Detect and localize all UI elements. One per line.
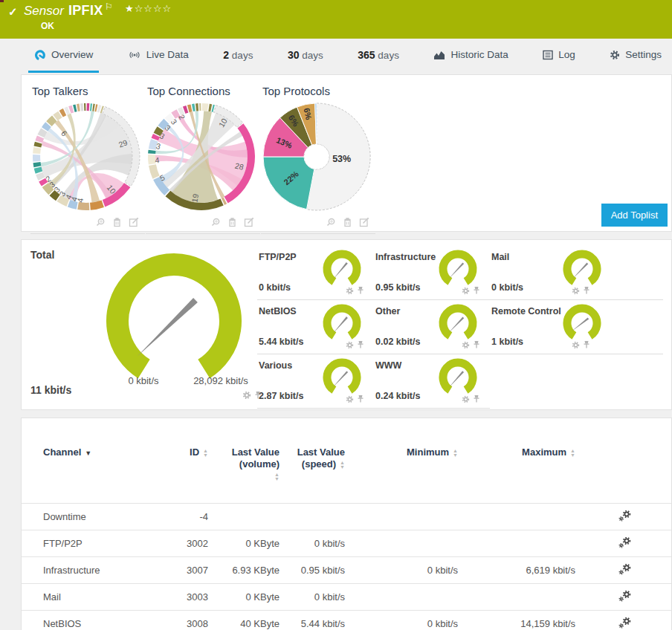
gear-icon[interactable] <box>572 285 580 298</box>
pin-icon[interactable] <box>357 285 364 298</box>
tab-label: 30 days <box>288 49 323 61</box>
zoom-icon[interactable] <box>95 217 106 230</box>
channel-gauge-value: 0.24 kbit/s <box>375 391 420 401</box>
total-gauge <box>96 250 252 394</box>
tab-label: 2 days <box>223 49 253 61</box>
pin-icon[interactable] <box>473 339 480 352</box>
column-header-last-value-volume-[interactable]: Last Value(volume)▲▼ <box>211 439 282 504</box>
cell-channel[interactable]: Mail <box>22 584 168 611</box>
tab-30-days[interactable]: 30 days <box>282 39 329 73</box>
table-row-ftp-p2p[interactable]: FTP/P2P 3002 0 KByte 0 kbit/s <box>22 530 671 557</box>
table-row-netbios[interactable]: NetBIOS 3008 40 KByte 5.44 kbit/s 0 kbit… <box>22 611 671 630</box>
gauge-icon <box>34 49 46 61</box>
pin-icon[interactable] <box>473 393 480 406</box>
delete-icon[interactable] <box>343 217 352 230</box>
gear-icon[interactable] <box>346 339 354 352</box>
flag-icon[interactable]: ⚐ <box>105 1 113 12</box>
sort-arrows-icon: ▲▼ <box>570 449 575 458</box>
column-header-id[interactable]: ID▲▼ <box>168 439 211 504</box>
toplist-chart[interactable]: 291062333444 <box>30 101 145 215</box>
priority-stars[interactable]: ★☆☆☆☆ <box>125 3 172 14</box>
cell-channel[interactable]: FTP/P2P <box>22 530 168 557</box>
channel-table-body: Downtime -4 FTP/P2P 3002 0 KByte 0 kbit/… <box>22 504 671 630</box>
channel-gauge-label: NetBIOS <box>259 306 297 316</box>
table-row-mail[interactable]: Mail 3003 0 KByte 0 kbit/s <box>22 584 671 611</box>
tab-365-days[interactable]: 365 days <box>352 39 405 73</box>
channel-gauge-label: Infrastructure <box>375 252 436 262</box>
gear-icon[interactable] <box>572 339 580 352</box>
sort-arrows-icon: ▲▼ <box>453 449 458 458</box>
gear-icon[interactable] <box>346 393 354 406</box>
cell-channel[interactable]: NetBIOS <box>22 611 168 630</box>
column-header-minimum[interactable]: Minimum▲▼ <box>348 439 461 504</box>
zoom-icon[interactable] <box>210 217 221 230</box>
tab-log[interactable]: Log <box>537 39 581 73</box>
cell-maximum <box>461 504 578 530</box>
channel-settings-gears-icon[interactable] <box>618 537 631 551</box>
cell-minimum <box>348 584 461 611</box>
gear-icon[interactable] <box>462 393 470 406</box>
tab-overview[interactable]: Overview <box>28 39 99 73</box>
tab-settings[interactable]: Settings <box>604 39 668 73</box>
toplist-title: Top Talkers <box>30 82 145 101</box>
channel-table-panel: Channel▼ID▲▼Last Value(volume)▲▼Last Val… <box>21 418 672 630</box>
pin-icon[interactable] <box>357 393 364 406</box>
gear-icon[interactable] <box>462 339 470 352</box>
channel-gauge-cell-netbios: NetBIOS 5.44 kbit/s <box>257 300 374 354</box>
toplist-actions <box>146 215 260 234</box>
column-header-maximum[interactable]: Maximum▲▼ <box>461 439 578 504</box>
column-header-channel[interactable]: Channel▼ <box>22 439 168 504</box>
total-gauge-title: Total <box>30 249 54 261</box>
pin-icon[interactable] <box>583 285 590 298</box>
edit-icon[interactable] <box>359 217 369 230</box>
channel-gauge-cell-www: WWW 0.24 kbit/s <box>374 354 490 409</box>
gear-icon[interactable] <box>242 389 251 403</box>
toplist-title: Top Protocols <box>261 82 375 101</box>
cell-id: 3002 <box>168 530 211 557</box>
cell-last-value-volume: 40 KByte <box>211 611 282 630</box>
channel-settings-gears-icon[interactable] <box>618 564 631 577</box>
cell-id: 3003 <box>168 584 211 611</box>
tab-label: Live Data <box>146 49 189 60</box>
cell-maximum: 14,159 kbit/s <box>461 611 578 630</box>
delete-icon[interactable] <box>112 217 122 230</box>
sort-arrows-icon: ▲▼ <box>340 461 345 470</box>
channel-settings-gears-icon[interactable] <box>618 510 631 524</box>
tab-label: Settings <box>625 49 662 60</box>
channel-settings-gears-icon[interactable] <box>618 617 631 630</box>
table-row-downtime[interactable]: Downtime -4 <box>22 504 671 530</box>
svg-text:53%: 53% <box>332 154 351 164</box>
cell-channel[interactable]: Downtime <box>22 504 168 530</box>
tab-live-data[interactable]: Live Data <box>122 39 195 73</box>
channel-gauge-label: Various <box>259 360 292 371</box>
channel-gauge-cell-infrastructure: Infrastructure 0.95 kbit/s <box>374 246 490 300</box>
gauges-panel: Total 0 kbit/s 28,092 kbit/s 11 kbit/s F… <box>21 239 672 410</box>
cell-last-value-speed: 5.44 kbit/s <box>282 611 348 630</box>
zoom-icon[interactable] <box>326 217 336 230</box>
edit-icon[interactable] <box>244 217 254 230</box>
cell-last-value-speed: 0 kbit/s <box>282 530 348 557</box>
gear-icon[interactable] <box>462 285 470 298</box>
column-header-last-value-speed-[interactable]: Last Value(speed)▲▼ <box>282 439 348 504</box>
toplist-actions <box>30 215 145 234</box>
toplist-chart[interactable]: 53%22%13%6%6% <box>261 101 375 215</box>
channel-gauge-value: 5.44 kbit/s <box>259 337 303 347</box>
tab-historic-data[interactable]: Historic Data <box>427 39 514 73</box>
gear-icon[interactable] <box>346 285 354 298</box>
toplist-chart[interactable]: 1028192333345 <box>146 101 260 215</box>
channel-gauge-value: 1 kbit/s <box>491 337 523 347</box>
channel-settings-gears-icon[interactable] <box>618 591 631 604</box>
pin-icon[interactable] <box>357 339 364 352</box>
add-toplist-button[interactable]: Add Toplist <box>601 204 668 227</box>
edit-icon[interactable] <box>129 217 139 230</box>
tab-2-days[interactable]: 2 days <box>217 39 259 73</box>
cell-channel[interactable]: Infrastructure <box>22 557 168 584</box>
table-row-infrastructure[interactable]: Infrastructure 3007 6.93 KByte 0.95 kbit… <box>22 557 671 584</box>
column-header-actions <box>578 439 671 504</box>
channel-gauge-cell-other: Other 0.02 kbit/s <box>374 300 490 354</box>
channel-table-header: Channel▼ID▲▼Last Value(volume)▲▼Last Val… <box>22 439 671 504</box>
delete-icon[interactable] <box>227 217 237 230</box>
pin-icon[interactable] <box>583 339 590 352</box>
pin-icon[interactable] <box>473 285 480 298</box>
channel-gauge-actions <box>346 339 364 352</box>
